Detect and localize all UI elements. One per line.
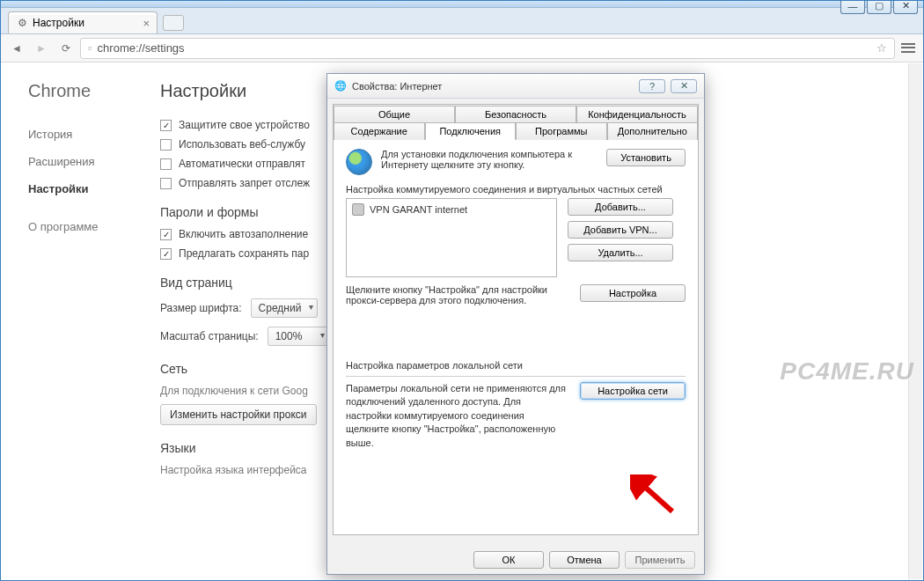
proxy-settings-button[interactable]: Настройка xyxy=(580,284,686,302)
delete-button[interactable]: Удалить... xyxy=(568,244,673,261)
chrome-brand: Chrome xyxy=(28,81,143,101)
tab-connections[interactable]: Подключения xyxy=(425,122,517,140)
forward-button[interactable]: ► xyxy=(31,38,52,59)
watermark: PC4ME.RU xyxy=(780,357,914,386)
privacy-label-1: Использовать веб-службу xyxy=(179,138,305,151)
dialog-titlebar[interactable]: 🌐 Свойства: Интернет ? ✕ xyxy=(327,74,704,99)
checkbox-icon[interactable] xyxy=(160,158,172,170)
privacy-label-0: Защитите свое устройство xyxy=(179,119,310,131)
bookmark-star-icon[interactable]: ☆ xyxy=(876,41,887,55)
sidebar-item-extensions[interactable]: Расширения xyxy=(28,148,143,175)
checkbox-icon[interactable]: ✓ xyxy=(160,120,172,131)
passwords-label-1: Предлагать сохранять пар xyxy=(179,247,309,260)
tab-privacy[interactable]: Конфиденциальность xyxy=(576,106,698,122)
tab-content[interactable]: Содержание xyxy=(334,122,425,140)
dialog-title: Свойства: Интернет xyxy=(352,81,442,92)
page-zoom-select[interactable]: 100% xyxy=(268,327,329,346)
tab-security[interactable]: Безопасность xyxy=(455,106,576,122)
proxy-hint: Щелкните кнопку "Настройка" для настройк… xyxy=(346,284,569,305)
omnibox-text: chrome://settings xyxy=(98,41,185,55)
lan-settings-button[interactable]: Настройка сети xyxy=(580,382,686,400)
dialog-close-button[interactable]: ✕ xyxy=(671,79,697,93)
apply-button[interactable]: Применить xyxy=(625,551,695,569)
settings-sidebar: Chrome История Расширения Настройки О пр… xyxy=(28,81,143,483)
cancel-button[interactable]: Отмена xyxy=(549,551,620,569)
window-minimize[interactable]: — xyxy=(840,0,865,14)
tab-content-connections: Для установки подключения компьютера к И… xyxy=(334,140,698,531)
internet-globe-icon xyxy=(346,149,372,175)
tab-general[interactable]: Общие xyxy=(334,106,455,122)
checkbox-icon[interactable]: ✓ xyxy=(160,248,172,260)
dialog-footer: ОК Отмена Применить xyxy=(327,551,704,569)
vpn-icon xyxy=(352,203,364,216)
tab-title: Настройки xyxy=(33,17,84,29)
font-size-label: Размер шрифта: xyxy=(160,302,242,314)
dialog-help-button[interactable]: ? xyxy=(639,79,665,93)
setup-button[interactable]: Установить xyxy=(606,149,686,166)
viewport-scrollbar[interactable] xyxy=(908,63,922,579)
page-zoom-label: Масштаб страницы: xyxy=(160,330,259,342)
browser-toolbar: ◄ ► ⟳ ▫ chrome://settings ☆ xyxy=(1,34,923,63)
window-maximize[interactable]: ▢ xyxy=(867,0,891,14)
reload-button[interactable]: ⟳ xyxy=(55,38,77,59)
list-item-label: VPN GARANT internet xyxy=(370,204,467,215)
sidebar-item-settings[interactable]: Настройки xyxy=(28,175,143,202)
ok-button[interactable]: ОК xyxy=(473,551,544,569)
passwords-label-0: Включить автозаполнение xyxy=(179,228,308,240)
lan-heading: Настройка параметров локальной сети xyxy=(346,360,686,371)
page-icon: ▫ xyxy=(88,41,92,55)
gear-icon: ⚙ xyxy=(18,17,27,29)
globe-icon: 🌐 xyxy=(334,80,347,92)
tab-strip: ⚙ Настройки × xyxy=(1,8,923,34)
back-button[interactable]: ◄ xyxy=(6,38,27,59)
window-close[interactable]: ✕ xyxy=(893,0,918,14)
chrome-menu-button[interactable] xyxy=(898,40,918,57)
dialog-tabset: Общие Безопасность Конфиденциальность Со… xyxy=(333,104,699,535)
new-tab-button[interactable] xyxy=(163,15,184,31)
divider xyxy=(346,376,686,377)
sidebar-about[interactable]: О программе xyxy=(28,220,143,233)
browser-tab[interactable]: ⚙ Настройки × xyxy=(8,11,158,33)
privacy-label-3: Отправлять запрет отслеж xyxy=(179,177,310,189)
connections-listbox[interactable]: VPN GARANT internet xyxy=(346,198,557,277)
omnibox[interactable]: ▫ chrome://settings ☆ xyxy=(80,38,895,59)
window-titlebar: — ▢ ✕ xyxy=(1,1,923,8)
lan-text: Параметры локальной сети не применяются … xyxy=(346,382,569,450)
checkbox-icon[interactable] xyxy=(160,139,172,151)
change-proxy-button[interactable]: Изменить настройки прокси xyxy=(160,404,317,425)
checkbox-icon[interactable]: ✓ xyxy=(160,229,172,240)
list-item[interactable]: VPN GARANT internet xyxy=(349,202,554,217)
setup-text: Для установки подключения компьютера к И… xyxy=(381,149,598,170)
tab-advanced[interactable]: Дополнительно xyxy=(607,122,699,140)
font-size-select[interactable]: Средний xyxy=(251,298,319,318)
internet-properties-dialog: 🌐 Свойства: Интернет ? ✕ Общие Безопасно… xyxy=(326,73,705,575)
tab-programs[interactable]: Программы xyxy=(516,122,607,140)
dialup-heading: Настройка коммутируемого соединения и ви… xyxy=(346,184,686,195)
privacy-label-2: Автоматически отправлят xyxy=(179,158,305,170)
sidebar-item-history[interactable]: История xyxy=(28,121,143,148)
tab-close-icon[interactable]: × xyxy=(143,17,150,30)
add-button[interactable]: Добавить... xyxy=(568,198,673,216)
checkbox-icon[interactable] xyxy=(160,178,172,189)
add-vpn-button[interactable]: Добавить VPN... xyxy=(568,221,673,239)
